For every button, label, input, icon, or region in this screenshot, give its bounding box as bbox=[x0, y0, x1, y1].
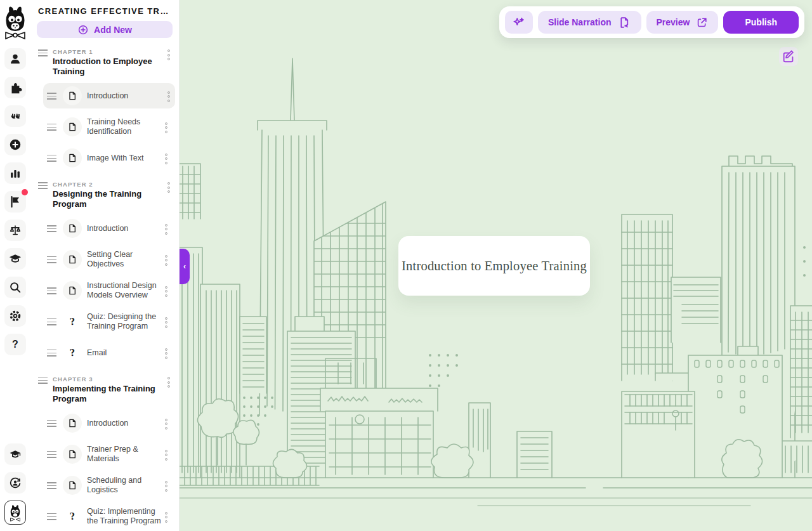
drag-handle-icon[interactable] bbox=[47, 482, 56, 489]
more-menu-icon[interactable] bbox=[162, 480, 170, 492]
more-menu-icon[interactable] bbox=[162, 347, 170, 359]
sparkle-icon bbox=[512, 15, 526, 29]
page-icon bbox=[63, 445, 82, 464]
quiz-icon: ? bbox=[63, 507, 82, 526]
external-link-icon bbox=[696, 16, 708, 29]
drag-handle-icon[interactable] bbox=[47, 225, 56, 232]
lesson-row[interactable]: Introduction bbox=[43, 410, 173, 436]
drag-handle-icon[interactable] bbox=[47, 256, 56, 263]
chapter-title: Introduction to Employee Training bbox=[53, 56, 165, 77]
lesson-row[interactable]: Scheduling and Logistics bbox=[43, 473, 173, 498]
lesson-label: Image With Text bbox=[84, 154, 162, 163]
page-icon bbox=[63, 148, 82, 167]
drag-handle-icon[interactable] bbox=[47, 287, 56, 294]
page-icon bbox=[63, 281, 82, 300]
slide-title-card[interactable]: Introduction to Employee Training bbox=[398, 236, 590, 296]
more-menu-icon[interactable] bbox=[165, 48, 173, 60]
drag-handle-icon[interactable] bbox=[38, 377, 48, 384]
lesson-label: Scheduling and Logistics bbox=[84, 476, 162, 495]
page-icon bbox=[63, 117, 82, 136]
publish-toolbar: Slide Narration Preview Publish bbox=[499, 6, 804, 38]
edit-slide-button[interactable] bbox=[779, 47, 798, 66]
add-new-label: Add New bbox=[94, 25, 132, 35]
plus-circle-icon bbox=[77, 24, 89, 36]
drag-handle-icon[interactable] bbox=[47, 513, 56, 520]
chapter-label: CHAPTER 1 bbox=[53, 48, 165, 55]
more-menu-icon[interactable] bbox=[162, 223, 170, 235]
more-menu-icon[interactable] bbox=[162, 511, 170, 523]
graduation-cap-icon[interactable] bbox=[4, 248, 26, 270]
drag-handle-icon[interactable] bbox=[38, 182, 48, 189]
drag-handle-icon[interactable] bbox=[47, 420, 56, 427]
more-menu-icon[interactable] bbox=[165, 376, 173, 388]
more-menu-icon[interactable] bbox=[162, 417, 170, 429]
gear-icon[interactable] bbox=[4, 305, 26, 327]
chapter-header[interactable]: CHAPTER 3 Implementing the Training Prog… bbox=[37, 376, 173, 404]
preview-label: Preview bbox=[657, 17, 690, 27]
more-menu-icon[interactable] bbox=[162, 152, 170, 164]
slide-narration-label: Slide Narration bbox=[548, 17, 612, 27]
academy-cap-icon[interactable] bbox=[4, 443, 26, 465]
quiz-icon: ? bbox=[63, 343, 82, 362]
publish-button[interactable]: Publish bbox=[723, 11, 799, 34]
lesson-label: Trainer Prep & Materials bbox=[84, 445, 162, 464]
page-icon bbox=[63, 414, 82, 433]
drag-handle-icon[interactable] bbox=[47, 451, 56, 458]
notification-badge bbox=[22, 189, 28, 195]
page-icon bbox=[63, 250, 82, 269]
icon-rail: ? bbox=[0, 0, 30, 531]
lesson-row[interactable]: ? Email bbox=[43, 340, 173, 365]
lesson-row[interactable]: Introduction bbox=[43, 83, 175, 108]
drag-handle-icon[interactable] bbox=[47, 124, 56, 131]
course-outline-sidebar: CREATING EFFECTIVE TRAI… Add New CHAPTER… bbox=[30, 0, 180, 531]
ai-sparkle-button[interactable] bbox=[505, 11, 533, 34]
more-menu-icon[interactable] bbox=[165, 181, 173, 193]
user-icon[interactable] bbox=[4, 48, 26, 70]
more-menu-icon[interactable] bbox=[162, 254, 170, 266]
lesson-row[interactable]: ? Quiz: Implementing the Training Progra… bbox=[43, 504, 173, 529]
search-icon[interactable] bbox=[4, 277, 26, 298]
sidebar-collapse-button[interactable]: ‹ bbox=[180, 249, 190, 284]
account-switch-icon[interactable] bbox=[4, 472, 26, 494]
drag-handle-icon[interactable] bbox=[47, 93, 56, 100]
llama-avatar[interactable] bbox=[4, 501, 26, 525]
chapter-title: Designing the Training Program bbox=[53, 189, 165, 209]
lesson-row[interactable]: Training Needs Identification bbox=[43, 114, 173, 140]
lesson-label: Quiz: Designing the Training Program bbox=[84, 312, 162, 331]
drag-handle-icon[interactable] bbox=[47, 350, 56, 357]
lesson-row[interactable]: Trainer Prep & Materials bbox=[43, 442, 173, 467]
chapter-label: CHAPTER 2 bbox=[53, 181, 165, 188]
help-icon[interactable]: ? bbox=[4, 334, 26, 355]
drag-handle-icon[interactable] bbox=[47, 155, 56, 162]
lesson-row[interactable]: Image With Text bbox=[43, 145, 173, 171]
add-circle-icon[interactable] bbox=[4, 134, 26, 155]
more-menu-icon[interactable] bbox=[165, 90, 173, 102]
chapter-header[interactable]: CHAPTER 2 Designing the Training Program bbox=[37, 181, 173, 209]
course-title: CREATING EFFECTIVE TRAI… bbox=[37, 5, 173, 21]
drag-handle-icon[interactable] bbox=[47, 318, 56, 325]
chapter-header[interactable]: CHAPTER 1 Introduction to Employee Train… bbox=[37, 48, 173, 77]
more-menu-icon[interactable] bbox=[162, 121, 170, 133]
edit-pencil-icon bbox=[782, 49, 796, 63]
more-menu-icon[interactable] bbox=[162, 316, 170, 328]
lesson-row[interactable]: ? Quiz: Designing the Training Program bbox=[43, 309, 173, 334]
lesson-row[interactable]: Introduction bbox=[43, 216, 173, 241]
publish-label: Publish bbox=[745, 17, 777, 27]
help-glyph: ? bbox=[12, 339, 18, 350]
scales-icon[interactable] bbox=[4, 220, 26, 241]
more-menu-icon[interactable] bbox=[162, 285, 170, 297]
lesson-row[interactable]: Setting Clear Objectives bbox=[43, 247, 173, 272]
preview-button[interactable]: Preview bbox=[646, 11, 719, 34]
flag-icon[interactable] bbox=[4, 191, 26, 213]
hooves-icon[interactable] bbox=[4, 105, 26, 127]
more-menu-icon[interactable] bbox=[162, 449, 170, 461]
lesson-label: Setting Clear Objectives bbox=[84, 250, 162, 269]
drag-handle-icon[interactable] bbox=[38, 49, 48, 56]
lesson-label: Training Needs Identification bbox=[84, 117, 162, 136]
add-new-button[interactable]: Add New bbox=[37, 21, 173, 38]
bar-chart-icon[interactable] bbox=[4, 162, 26, 184]
lesson-row[interactable]: Instructional Design Models Overview bbox=[43, 278, 173, 303]
slide-narration-button[interactable]: Slide Narration bbox=[538, 11, 641, 34]
puzzle-icon[interactable] bbox=[4, 77, 26, 98]
course-builder-app: ? CREATING EFFECTIV bbox=[0, 0, 812, 531]
